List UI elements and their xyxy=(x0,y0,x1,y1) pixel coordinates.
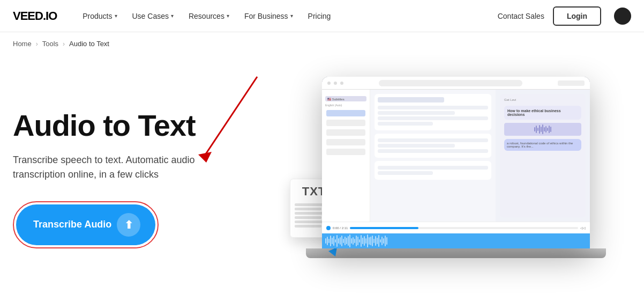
txt-line xyxy=(295,216,321,219)
hero-section: Audio to Text Transcribe speech to text.… xyxy=(0,55,644,302)
swbar xyxy=(359,239,360,243)
swbar xyxy=(361,235,362,247)
screen-main xyxy=(370,90,496,222)
chevron-down-icon: ▾ xyxy=(115,13,117,19)
swbar xyxy=(328,239,330,243)
wbar xyxy=(547,128,548,131)
wbar xyxy=(534,127,535,131)
upload-circle: ⬆ xyxy=(117,213,140,237)
sidebar-item xyxy=(326,149,365,155)
swbar xyxy=(385,236,386,246)
screen-editor: 🇺🇸 Subtitles English (Auto) xyxy=(322,90,590,222)
panel-line xyxy=(378,116,488,120)
breadcrumb: Home › Tools › Audio to Text xyxy=(0,32,644,55)
screen-dot xyxy=(340,82,343,85)
panel-line xyxy=(378,106,488,109)
navbar: VEED.IO Products ▾ Use Cases ▾ Resources… xyxy=(0,0,644,32)
nav-right: Contact Sales Login xyxy=(498,6,631,26)
txt-line xyxy=(295,225,321,228)
progress-fill xyxy=(350,227,418,229)
sidebar-item xyxy=(326,120,365,126)
swbar xyxy=(377,238,378,244)
swbar xyxy=(353,237,354,245)
avatar[interactable] xyxy=(614,8,631,25)
login-button[interactable]: Login xyxy=(553,6,601,26)
swbar xyxy=(375,236,376,246)
swbar xyxy=(338,238,339,244)
swbar xyxy=(346,238,347,244)
speak-text: How to make ethical business decisions xyxy=(507,109,578,116)
swbar xyxy=(370,237,371,245)
panel-line xyxy=(378,138,488,142)
time-display: 0:00 / 2:11 xyxy=(333,226,348,230)
screen-panel xyxy=(375,161,491,180)
screen-inner: 🇺🇸 Subtitles English (Auto) xyxy=(322,77,590,248)
nav-use-cases[interactable]: Use Cases ▾ xyxy=(126,8,180,25)
swbar xyxy=(348,236,349,246)
nav-resources[interactable]: Resources ▾ xyxy=(182,8,236,25)
wbar xyxy=(542,124,543,134)
txt-line xyxy=(295,208,321,210)
upload-icon: ⬆ xyxy=(124,218,133,231)
swbar xyxy=(356,236,357,246)
swbar xyxy=(378,235,379,247)
screen-playbar: 0:00 / 2:11 ◁◁ xyxy=(322,222,590,233)
swbar xyxy=(330,236,331,246)
swbar xyxy=(365,238,366,244)
swbar xyxy=(325,238,326,244)
speak-bubble: How to make ethical business decisions xyxy=(504,106,581,120)
screen-topbar xyxy=(322,77,590,90)
wbar xyxy=(544,127,545,131)
swbar xyxy=(349,234,350,247)
contact-sales-link[interactable]: Contact Sales xyxy=(498,12,544,20)
panel-header xyxy=(378,97,444,102)
hero-subtitle: Transcribe speech to text. Automatic aud… xyxy=(13,153,238,182)
chevron-down-icon: ▾ xyxy=(227,13,229,19)
transcribe-audio-button[interactable]: Transcribe Audio ⬆ xyxy=(16,204,155,245)
wbar xyxy=(537,128,538,131)
swbar xyxy=(332,238,333,244)
logo[interactable]: VEED.IO xyxy=(13,9,57,23)
swbar xyxy=(343,239,344,243)
waveform-bar xyxy=(504,123,581,136)
wbar xyxy=(536,126,537,133)
panel-line xyxy=(378,122,433,126)
nav-for-business[interactable]: For Business ▾ xyxy=(238,8,299,25)
breadcrumb-current: Audio to Text xyxy=(69,40,109,48)
swbar xyxy=(333,236,334,246)
play-icon xyxy=(326,226,331,230)
ai-label: Get Levi xyxy=(504,98,581,101)
sidebar-item xyxy=(326,129,365,136)
laptop-screen: 🇺🇸 Subtitles English (Auto) xyxy=(322,77,590,248)
panel-line xyxy=(378,171,433,175)
nav-pricing[interactable]: Pricing xyxy=(302,8,338,25)
laptop-mockup: TXT ⬇ xyxy=(322,77,601,270)
chevron-down-icon: ▾ xyxy=(171,13,174,19)
wbar xyxy=(539,125,540,134)
reply-bubble: a robust, foundational code of ethics wi… xyxy=(504,139,581,151)
sidebar-item xyxy=(326,110,365,116)
panel-line xyxy=(378,111,455,115)
screen-sidebar: 🇺🇸 Subtitles English (Auto) xyxy=(322,90,370,222)
breadcrumb-separator: › xyxy=(36,40,38,48)
nav-products[interactable]: Products ▾ xyxy=(76,8,123,25)
screen-waveform xyxy=(322,233,590,248)
breadcrumb-tools[interactable]: Tools xyxy=(42,40,58,48)
panel-line xyxy=(378,149,488,153)
hero-title: Audio to Text xyxy=(13,109,291,142)
swbar xyxy=(372,236,373,246)
screen-panel xyxy=(375,134,491,158)
breadcrumb-home[interactable]: Home xyxy=(13,40,32,48)
swbar xyxy=(335,239,336,243)
lang-label: English (Auto) xyxy=(325,104,366,107)
swbar xyxy=(354,239,355,243)
screen-right-panel: Get Levi How to make ethical business de… xyxy=(500,94,586,217)
swbar xyxy=(383,238,384,244)
swbar xyxy=(381,237,383,245)
hero-right: TXT ⬇ xyxy=(291,66,631,281)
volume-label: ◁◁ xyxy=(580,226,586,230)
swbar xyxy=(380,239,381,243)
screen-controls xyxy=(558,80,585,86)
swbar xyxy=(364,236,365,246)
nav-links: Products ▾ Use Cases ▾ Resources ▾ For B… xyxy=(76,8,497,25)
